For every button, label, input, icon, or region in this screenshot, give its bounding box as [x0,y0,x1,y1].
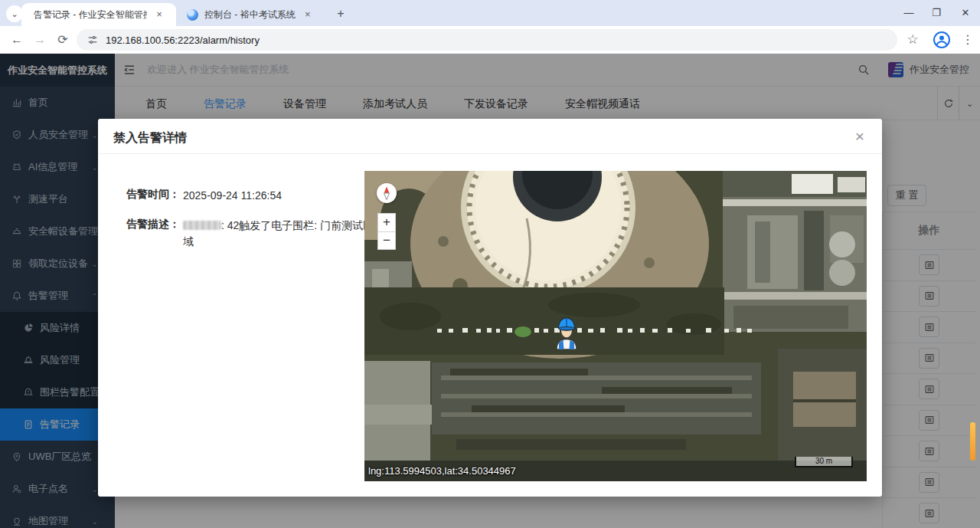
alarm-time-value: 2025-09-24 11:26:54 [183,188,376,204]
tab-search-icon[interactable]: ⌄ [6,5,23,22]
browser-tab[interactable]: 控制台 - 裕中考试系统 × [179,3,325,26]
map-scale-bar: 30 m [795,457,853,467]
satellite-map[interactable]: + − lng:113.5994503,lat:34.50344967 30 m [364,171,867,481]
site-settings-icon [87,34,98,45]
window-minimize-button[interactable]: — [897,5,920,21]
compass-control[interactable] [377,183,397,203]
scrollbar-thumb[interactable] [970,422,975,461]
tab-strip: ⌄ 告警记录 - 作业安全智能管控系 × 控制台 - 裕中考试系统 × + — … [0,0,980,26]
divider [98,153,882,154]
url-text: 192.168.100.56:2223/alarm/history [106,34,260,46]
url-bar[interactable]: 192.168.100.56:2223/alarm/history [77,29,897,51]
alarm-desc-label: 告警描述： [126,218,183,250]
reload-button[interactable]: ⟳ [52,29,74,51]
browser-menu-icon[interactable]: ⋮ [957,29,978,51]
tab-title: 控制台 - 裕中考试系统 [204,8,296,21]
alarm-desc-value: : 42触发了电子围栏: 门前测试区域 [183,218,376,250]
profile-avatar-icon[interactable] [931,29,952,51]
new-tab-button[interactable]: + [332,5,349,22]
window-close-button[interactable]: ✕ [954,5,977,21]
redacted-name [183,221,221,230]
bookmark-star-icon[interactable]: ☆ [902,29,923,51]
worker-marker[interactable] [553,314,580,349]
tab-close-icon[interactable]: × [153,8,165,21]
forward-button[interactable]: → [29,29,51,51]
tab-favicon-icon [187,9,198,21]
browser-tab-active[interactable]: 告警记录 - 作业安全智能管控系 × [21,3,176,26]
satellite-imagery [364,171,867,481]
back-button[interactable]: ← [6,29,28,51]
alarm-time-label: 告警时间： [126,188,183,204]
tab-close-icon[interactable]: × [302,8,314,21]
map-zoom-out-button[interactable]: − [377,231,396,250]
map-coordinates: lng:113.5994503,lat:34.50344967 [368,465,516,477]
modal-title: 禁入告警详情 [113,130,187,146]
alarm-detail-modal: 禁入告警详情 × 告警时间： 2025-09-24 11:26:54 告警描述：… [98,119,882,497]
browser-chrome: ⌄ 告警记录 - 作业安全智能管控系 × 控制台 - 裕中考试系统 × + — … [0,0,980,54]
window-restore-button[interactable]: ❐ [925,5,948,21]
map-zoom-in-button[interactable]: + [377,213,396,231]
browser-toolbar: ← → ⟳ 192.168.100.56:2223/alarm/history … [0,26,980,54]
compass-needle-icon [379,185,394,201]
modal-close-icon[interactable]: × [848,125,871,148]
alarm-time-field: 告警时间： 2025-09-24 11:26:54 [126,188,376,204]
tab-title: 告警记录 - 作业安全智能管控系 [34,8,147,21]
alarm-desc-field: 告警描述： : 42触发了电子围栏: 门前测试区域 [126,218,376,250]
